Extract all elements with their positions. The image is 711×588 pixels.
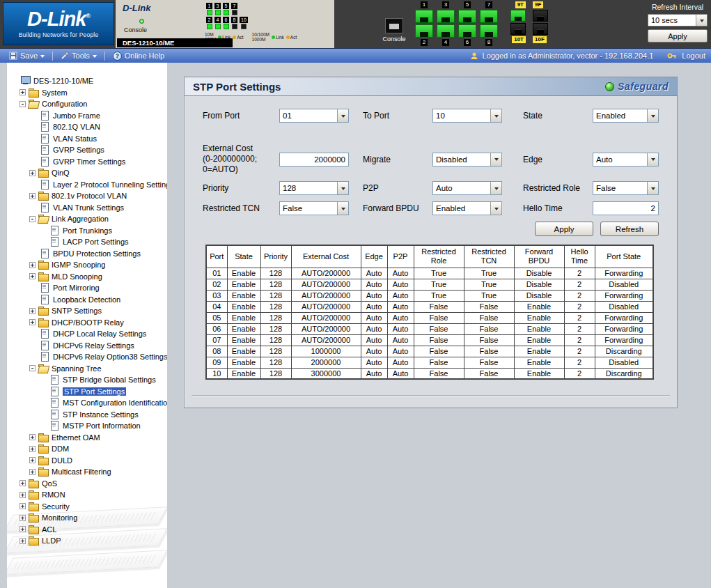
priority-select[interactable]: 128	[279, 181, 349, 195]
sidebar-item-label[interactable]: GVRP Timer Settings	[53, 157, 125, 166]
sidebar-item-label[interactable]: BPDU Protection Settings	[53, 249, 141, 258]
sidebar-item-stp-bridge-global-settings[interactable]: STP Bridge Global Settings	[7, 374, 167, 386]
hello-time-input[interactable]	[593, 201, 659, 215]
sidebar-item-ethernet-oam[interactable]: +Ethernet OAM	[7, 432, 167, 444]
expand-icon[interactable]: +	[29, 434, 36, 440]
sidebar-item-mstp-port-information[interactable]: MSTP Port Information	[7, 420, 167, 432]
forward-bpdu-select[interactable]: Enabled	[432, 201, 502, 215]
sidebar-item-gvrp-settings[interactable]: GVRP Settings	[7, 144, 167, 156]
sidebar-item-layer-2-protocol-tunneling-settings[interactable]: Layer 2 Protocol Tunneling Settings	[7, 179, 167, 191]
sidebar-item-port-trunkings[interactable]: Port Trunkings	[7, 225, 167, 237]
from-port-select[interactable]: 01	[279, 109, 349, 123]
tools-menu-button[interactable]: Tools	[57, 52, 100, 60]
sidebar-item-label[interactable]: Layer 2 Protocol Tunneling Settings	[53, 180, 167, 189]
expand-icon[interactable]: +	[19, 515, 26, 521]
expand-icon[interactable]: +	[29, 319, 36, 325]
sidebar-item-label[interactable]: Security	[42, 502, 70, 511]
sidebar-item-port-mirroring[interactable]: Port Mirroring	[7, 282, 167, 294]
sidebar-item-spanning-tree[interactable]: -Spanning Tree	[7, 363, 167, 375]
chevron-down-icon[interactable]	[490, 202, 501, 215]
sidebar-item-label[interactable]: LLDP	[42, 536, 61, 545]
sidebar-item-stp-instance-settings[interactable]: STP Instance Settings	[7, 409, 167, 421]
external-cost-input[interactable]	[279, 153, 349, 167]
sidebar-item-vlan-trunk-settings[interactable]: VLAN Trunk Settings	[7, 202, 167, 214]
expand-icon[interactable]: +	[19, 503, 26, 509]
sidebar-item-802-1v-protocol-vlan[interactable]: +802.1v Protocol VLAN	[7, 190, 167, 202]
sidebar-item-label[interactable]: IGMP Snooping	[52, 261, 105, 269]
p2p-select[interactable]: Auto	[432, 181, 502, 195]
chevron-down-icon[interactable]	[647, 182, 658, 194]
expand-icon[interactable]: +	[19, 492, 26, 498]
sidebar-item-label[interactable]: Link Aggregation	[52, 215, 109, 223]
sidebar-item-label[interactable]: DHCPv6 Relay Option38 Settings	[53, 353, 167, 361]
restricted-role-select[interactable]: False	[593, 181, 659, 195]
sidebar-item-label[interactable]: VLAN Status	[53, 134, 97, 143]
sidebar-item-label[interactable]: VLAN Trunk Settings	[53, 203, 124, 212]
sidebar-item-qos[interactable]: +QoS	[7, 478, 167, 490]
sidebar-item-label[interactable]: Ethernet OAM	[52, 433, 100, 442]
sidebar-item-label[interactable]: Port Trunkings	[63, 226, 112, 235]
save-menu-button[interactable]: Save	[6, 52, 48, 60]
chevron-down-icon[interactable]	[40, 55, 45, 60]
expand-icon[interactable]: +	[29, 262, 36, 268]
sidebar-item-loopback-detection[interactable]: Loopback Detection	[7, 294, 167, 306]
chevron-down-icon[interactable]	[490, 153, 501, 166]
sidebar-item-acl[interactable]: +ACL	[7, 524, 167, 536]
sidebar-item-label[interactable]: Monitoring	[42, 513, 77, 522]
chevron-down-icon[interactable]	[337, 182, 348, 194]
sidebar-item-ddm[interactable]: +DDM	[7, 443, 167, 455]
apply-button[interactable]: Apply	[535, 222, 593, 236]
sidebar-item-sntp-settings[interactable]: +SNTP Settings	[7, 305, 167, 317]
sidebar-item-jumbo-frame[interactable]: Jumbo Frame	[7, 110, 167, 122]
sidebar-item-label[interactable]: System	[42, 88, 68, 97]
sidebar-item-duld[interactable]: +DULD	[7, 455, 167, 467]
collapse-icon[interactable]: -	[29, 365, 36, 371]
chevron-down-icon[interactable]	[696, 15, 707, 26]
sidebar-item-label[interactable]: STP Instance Settings	[63, 410, 139, 419]
chevron-down-icon[interactable]	[490, 109, 501, 122]
sidebar-item-label[interactable]: STP Port Settings	[63, 387, 126, 396]
state-select[interactable]: Enabled	[593, 109, 659, 123]
sidebar-item-monitoring[interactable]: +Monitoring	[7, 512, 167, 524]
expand-icon[interactable]: +	[29, 469, 36, 475]
sidebar-item-label[interactable]: QinQ	[52, 169, 70, 177]
migrate-select[interactable]: Disabled	[432, 153, 502, 167]
sidebar-item-label[interactable]: MSTP Port Information	[63, 421, 141, 430]
logout-button[interactable]: Logout	[682, 52, 705, 60]
sidebar-item-dhcp-local-relay-settings[interactable]: DHCP Local Relay Settings	[7, 328, 167, 340]
expand-icon[interactable]: +	[29, 308, 36, 314]
expand-icon[interactable]: +	[29, 457, 36, 463]
sidebar-item-link-aggregation[interactable]: -Link Aggregation	[7, 213, 167, 225]
expand-icon[interactable]: +	[19, 480, 26, 486]
sidebar-item-label[interactable]: DHCP/BOOTP Relay	[52, 318, 124, 327]
sidebar-item-mst-configuration-identification[interactable]: MST Configuration Identification	[7, 397, 167, 409]
sidebar-item-gvrp-timer-settings[interactable]: GVRP Timer Settings	[7, 156, 167, 168]
sidebar-item-label[interactable]: ACL	[42, 525, 56, 534]
collapse-icon[interactable]: -	[29, 216, 36, 222]
sidebar-item-label[interactable]: DULD	[52, 456, 72, 465]
sidebar-item-label[interactable]: Loopback Detection	[53, 295, 120, 304]
sidebar-item-lacp-port-settings[interactable]: LACP Port Settings	[7, 236, 167, 248]
to-port-select[interactable]: 10	[432, 109, 502, 123]
sidebar-item-system[interactable]: +System	[7, 87, 167, 99]
sidebar-item-label[interactable]: STP Bridge Global Settings	[63, 376, 156, 384]
sidebar-item-dhcpv6-relay-settings[interactable]: DHCPv6 Relay Settings	[7, 340, 167, 352]
sidebar-item-igmp-snooping[interactable]: +IGMP Snooping	[7, 259, 167, 271]
sidebar-item-configuration[interactable]: -Configuration	[7, 98, 167, 110]
sidebar-item-label[interactable]: DES-1210-10/ME	[33, 77, 93, 85]
sidebar-item-label[interactable]: Port Mirroring	[53, 284, 100, 292]
expand-icon[interactable]: +	[19, 538, 26, 544]
sidebar-item-label[interactable]: Jumbo Frame	[53, 111, 100, 120]
expand-icon[interactable]: +	[19, 526, 26, 532]
chevron-down-icon[interactable]	[490, 182, 501, 194]
expand-icon[interactable]: +	[19, 89, 26, 95]
sidebar-item-label[interactable]: DDM	[52, 444, 69, 453]
expand-icon[interactable]: +	[29, 193, 36, 199]
expand-icon[interactable]: +	[29, 273, 36, 279]
online-help-link[interactable]: ? Online Help	[109, 52, 168, 61]
sidebar-item-label[interactable]: DHCPv6 Relay Settings	[53, 341, 134, 350]
sidebar-item-vlan-status[interactable]: VLAN Status	[7, 133, 167, 145]
chevron-down-icon[interactable]	[647, 153, 658, 166]
refresh-interval-select[interactable]: 10 secs	[648, 14, 708, 26]
sidebar-item-802-1q-vlan[interactable]: 802.1Q VLAN	[7, 121, 167, 133]
